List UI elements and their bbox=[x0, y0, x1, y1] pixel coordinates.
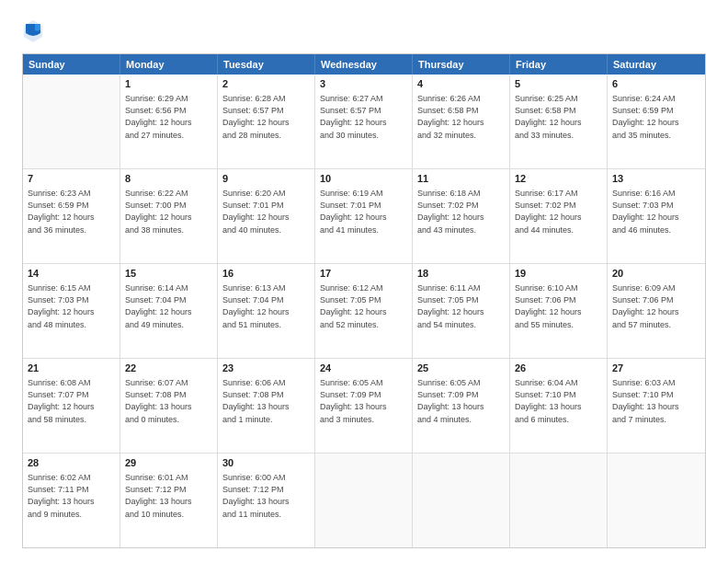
day-number: 18 bbox=[417, 267, 505, 281]
calendar-cell: 11Sunrise: 6:18 AM Sunset: 7:02 PM Dayli… bbox=[413, 169, 510, 263]
calendar-week-row: 21Sunrise: 6:08 AM Sunset: 7:07 PM Dayli… bbox=[23, 359, 705, 454]
day-number: 11 bbox=[417, 172, 505, 186]
day-info: Sunrise: 6:04 AM Sunset: 7:10 PM Dayligh… bbox=[515, 377, 602, 425]
day-info: Sunrise: 6:01 AM Sunset: 7:12 PM Dayligh… bbox=[125, 472, 212, 520]
day-info: Sunrise: 6:00 AM Sunset: 7:12 PM Dayligh… bbox=[222, 472, 310, 520]
day-number: 25 bbox=[417, 362, 505, 375]
calendar-cell: 29Sunrise: 6:01 AM Sunset: 7:12 PM Dayli… bbox=[120, 454, 218, 547]
day-number: 29 bbox=[125, 456, 212, 470]
calendar-cell: 9Sunrise: 6:20 AM Sunset: 7:01 PM Daylig… bbox=[218, 169, 315, 263]
day-info: Sunrise: 6:07 AM Sunset: 7:08 PM Dayligh… bbox=[125, 377, 212, 425]
calendar-cell: 7Sunrise: 6:23 AM Sunset: 6:59 PM Daylig… bbox=[23, 169, 120, 263]
calendar-header: SundayMondayTuesdayWednesdayThursdayFrid… bbox=[23, 54, 705, 75]
calendar-cell: 19Sunrise: 6:10 AM Sunset: 7:06 PM Dayli… bbox=[510, 264, 608, 358]
calendar-header-day: Monday bbox=[120, 54, 218, 75]
day-number: 2 bbox=[222, 77, 310, 91]
day-info: Sunrise: 6:08 AM Sunset: 7:07 PM Dayligh… bbox=[28, 377, 115, 425]
calendar-week-row: 28Sunrise: 6:02 AM Sunset: 7:11 PM Dayli… bbox=[23, 454, 705, 547]
day-number: 14 bbox=[28, 267, 115, 281]
calendar-cell: 28Sunrise: 6:02 AM Sunset: 7:11 PM Dayli… bbox=[23, 454, 120, 547]
calendar-header-day: Sunday bbox=[23, 54, 120, 75]
day-info: Sunrise: 6:02 AM Sunset: 7:11 PM Dayligh… bbox=[28, 472, 115, 520]
calendar-cell: 13Sunrise: 6:16 AM Sunset: 7:03 PM Dayli… bbox=[608, 169, 705, 263]
calendar-cell: 30Sunrise: 6:00 AM Sunset: 7:12 PM Dayli… bbox=[218, 454, 315, 547]
calendar-cell: 10Sunrise: 6:19 AM Sunset: 7:01 PM Dayli… bbox=[315, 169, 413, 263]
day-number: 13 bbox=[612, 172, 700, 186]
day-info: Sunrise: 6:16 AM Sunset: 7:03 PM Dayligh… bbox=[612, 188, 700, 236]
day-info: Sunrise: 6:29 AM Sunset: 6:56 PM Dayligh… bbox=[125, 93, 212, 141]
calendar-cell: 2Sunrise: 6:28 AM Sunset: 6:57 PM Daylig… bbox=[218, 75, 315, 168]
header bbox=[22, 18, 706, 44]
calendar-cell: 14Sunrise: 6:15 AM Sunset: 7:03 PM Dayli… bbox=[23, 264, 120, 358]
calendar-cell bbox=[315, 454, 413, 547]
calendar: SundayMondayTuesdayWednesdayThursdayFrid… bbox=[22, 53, 706, 548]
day-number: 4 bbox=[417, 77, 505, 91]
day-info: Sunrise: 6:10 AM Sunset: 7:06 PM Dayligh… bbox=[515, 282, 602, 330]
calendar-cell: 3Sunrise: 6:27 AM Sunset: 6:57 PM Daylig… bbox=[315, 75, 413, 168]
day-info: Sunrise: 6:05 AM Sunset: 7:09 PM Dayligh… bbox=[417, 377, 505, 425]
page: SundayMondayTuesdayWednesdayThursdayFrid… bbox=[0, 0, 728, 563]
day-info: Sunrise: 6:25 AM Sunset: 6:58 PM Dayligh… bbox=[515, 93, 602, 141]
day-info: Sunrise: 6:12 AM Sunset: 7:05 PM Dayligh… bbox=[320, 282, 407, 330]
calendar-cell: 4Sunrise: 6:26 AM Sunset: 6:58 PM Daylig… bbox=[413, 75, 510, 168]
calendar-cell: 20Sunrise: 6:09 AM Sunset: 7:06 PM Dayli… bbox=[608, 264, 705, 358]
calendar-header-day: Thursday bbox=[413, 54, 510, 75]
calendar-cell: 6Sunrise: 6:24 AM Sunset: 6:59 PM Daylig… bbox=[608, 75, 705, 168]
calendar-cell bbox=[413, 454, 510, 547]
calendar-cell: 5Sunrise: 6:25 AM Sunset: 6:58 PM Daylig… bbox=[510, 75, 608, 168]
calendar-cell: 25Sunrise: 6:05 AM Sunset: 7:09 PM Dayli… bbox=[413, 359, 510, 453]
calendar-cell: 24Sunrise: 6:05 AM Sunset: 7:09 PM Dayli… bbox=[315, 359, 413, 453]
day-info: Sunrise: 6:03 AM Sunset: 7:10 PM Dayligh… bbox=[612, 377, 700, 425]
calendar-header-day: Saturday bbox=[608, 54, 705, 75]
day-number: 30 bbox=[222, 456, 310, 470]
day-number: 1 bbox=[125, 77, 212, 91]
day-info: Sunrise: 6:20 AM Sunset: 7:01 PM Dayligh… bbox=[222, 188, 310, 236]
calendar-cell: 27Sunrise: 6:03 AM Sunset: 7:10 PM Dayli… bbox=[608, 359, 705, 453]
day-info: Sunrise: 6:28 AM Sunset: 6:57 PM Dayligh… bbox=[222, 93, 310, 141]
calendar-cell: 22Sunrise: 6:07 AM Sunset: 7:08 PM Dayli… bbox=[120, 359, 218, 453]
calendar-header-day: Wednesday bbox=[315, 54, 413, 75]
day-number: 23 bbox=[222, 362, 310, 375]
day-number: 6 bbox=[612, 77, 700, 91]
day-info: Sunrise: 6:22 AM Sunset: 7:00 PM Dayligh… bbox=[125, 188, 212, 236]
day-info: Sunrise: 6:11 AM Sunset: 7:05 PM Dayligh… bbox=[417, 282, 505, 330]
day-info: Sunrise: 6:19 AM Sunset: 7:01 PM Dayligh… bbox=[320, 188, 407, 236]
day-info: Sunrise: 6:09 AM Sunset: 7:06 PM Dayligh… bbox=[612, 282, 700, 330]
day-number: 26 bbox=[515, 362, 602, 375]
day-info: Sunrise: 6:17 AM Sunset: 7:02 PM Dayligh… bbox=[515, 188, 602, 236]
calendar-cell: 16Sunrise: 6:13 AM Sunset: 7:04 PM Dayli… bbox=[218, 264, 315, 358]
day-number: 16 bbox=[222, 267, 310, 281]
day-info: Sunrise: 6:15 AM Sunset: 7:03 PM Dayligh… bbox=[28, 282, 115, 330]
day-info: Sunrise: 6:18 AM Sunset: 7:02 PM Dayligh… bbox=[417, 188, 505, 236]
day-number: 22 bbox=[125, 362, 212, 375]
calendar-body: 1Sunrise: 6:29 AM Sunset: 6:56 PM Daylig… bbox=[23, 75, 705, 547]
day-info: Sunrise: 6:13 AM Sunset: 7:04 PM Dayligh… bbox=[222, 282, 310, 330]
calendar-cell bbox=[608, 454, 705, 547]
calendar-cell bbox=[510, 454, 608, 547]
calendar-cell: 12Sunrise: 6:17 AM Sunset: 7:02 PM Dayli… bbox=[510, 169, 608, 263]
day-number: 10 bbox=[320, 172, 407, 186]
calendar-week-row: 14Sunrise: 6:15 AM Sunset: 7:03 PM Dayli… bbox=[23, 264, 705, 359]
day-info: Sunrise: 6:26 AM Sunset: 6:58 PM Dayligh… bbox=[417, 93, 505, 141]
calendar-cell: 26Sunrise: 6:04 AM Sunset: 7:10 PM Dayli… bbox=[510, 359, 608, 453]
day-number: 24 bbox=[320, 362, 407, 375]
calendar-week-row: 1Sunrise: 6:29 AM Sunset: 6:56 PM Daylig… bbox=[23, 75, 705, 169]
calendar-header-day: Friday bbox=[510, 54, 608, 75]
day-number: 17 bbox=[320, 267, 407, 281]
day-info: Sunrise: 6:27 AM Sunset: 6:57 PM Dayligh… bbox=[320, 93, 407, 141]
calendar-cell bbox=[23, 75, 120, 168]
logo-icon bbox=[22, 18, 44, 44]
calendar-header-day: Tuesday bbox=[218, 54, 315, 75]
day-info: Sunrise: 6:24 AM Sunset: 6:59 PM Dayligh… bbox=[612, 93, 700, 141]
day-number: 28 bbox=[28, 456, 115, 470]
day-number: 8 bbox=[125, 172, 212, 186]
calendar-cell: 15Sunrise: 6:14 AM Sunset: 7:04 PM Dayli… bbox=[120, 264, 218, 358]
day-number: 12 bbox=[515, 172, 602, 186]
calendar-cell: 18Sunrise: 6:11 AM Sunset: 7:05 PM Dayli… bbox=[413, 264, 510, 358]
calendar-cell: 17Sunrise: 6:12 AM Sunset: 7:05 PM Dayli… bbox=[315, 264, 413, 358]
day-info: Sunrise: 6:05 AM Sunset: 7:09 PM Dayligh… bbox=[320, 377, 407, 425]
day-info: Sunrise: 6:14 AM Sunset: 7:04 PM Dayligh… bbox=[125, 282, 212, 330]
calendar-cell: 23Sunrise: 6:06 AM Sunset: 7:08 PM Dayli… bbox=[218, 359, 315, 453]
day-number: 5 bbox=[515, 77, 602, 91]
day-number: 21 bbox=[28, 362, 115, 375]
